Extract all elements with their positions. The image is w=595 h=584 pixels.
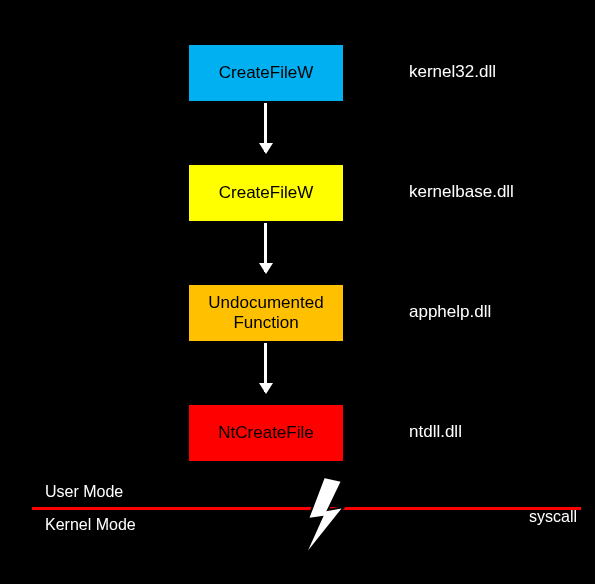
arrow-down-icon bbox=[264, 343, 267, 392]
box-label: NtCreateFile bbox=[218, 423, 313, 443]
box-kernelbase: CreateFileW bbox=[187, 163, 345, 223]
dll-label: ntdll.dll bbox=[409, 422, 462, 442]
box-apphelp: Undocumented Function bbox=[187, 283, 345, 343]
kernel-mode-label: Kernel Mode bbox=[45, 516, 136, 534]
box-ntdll: NtCreateFile bbox=[187, 403, 345, 463]
box-label: CreateFileW bbox=[219, 183, 313, 203]
dll-label: apphelp.dll bbox=[409, 302, 491, 322]
svg-marker-0 bbox=[304, 477, 344, 557]
box-label: Undocumented Function bbox=[208, 293, 323, 334]
arrow-down-icon bbox=[264, 223, 267, 272]
dll-label: kernel32.dll bbox=[409, 62, 496, 82]
arrow-down-icon bbox=[264, 103, 267, 152]
syscall-label: syscall bbox=[529, 508, 577, 526]
dll-label: kernelbase.dll bbox=[409, 182, 514, 202]
user-mode-label: User Mode bbox=[45, 483, 123, 501]
box-label: CreateFileW bbox=[219, 63, 313, 83]
box-kernel32: CreateFileW bbox=[187, 43, 345, 103]
lightning-bolt-icon bbox=[300, 477, 352, 557]
